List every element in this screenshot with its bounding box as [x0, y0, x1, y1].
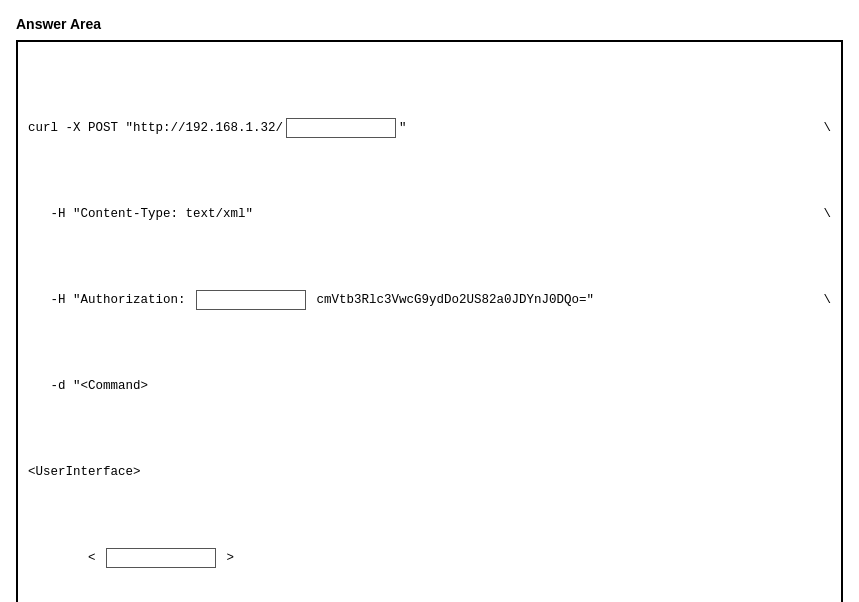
backslash-2: \: [793, 204, 831, 225]
code-line-3: -H "Authorization: cmVtb3Rlc3VwcG9ydDo2U…: [28, 290, 831, 311]
code-text-1b: ": [399, 118, 407, 139]
code-text-6b: >: [219, 548, 234, 569]
code-box: curl -X POST "http://192.168.1.32/ " \ -…: [16, 40, 843, 602]
backslash-3: \: [793, 290, 831, 311]
answer-area-label: Answer Area: [16, 16, 843, 32]
drop-box-1[interactable]: [286, 118, 396, 138]
code-line-5: <UserInterface>: [28, 462, 831, 483]
code-line-1: curl -X POST "http://192.168.1.32/ " \: [28, 118, 831, 139]
code-line-4: -d "<Command>: [28, 376, 831, 397]
code-text-5: <UserInterface>: [28, 462, 141, 483]
code-text-3a: -H "Authorization:: [28, 290, 193, 311]
code-text-2: -H "Content-Type: text/xml": [28, 204, 253, 225]
code-line-6: < >: [28, 548, 831, 569]
code-text-4: -d "<Command>: [28, 376, 148, 397]
drop-box-2[interactable]: [196, 290, 306, 310]
drop-box-3[interactable]: [106, 548, 216, 568]
code-line-2: -H "Content-Type: text/xml" \: [28, 204, 831, 225]
code-text-6a: <: [28, 548, 103, 569]
backslash-1: \: [793, 118, 831, 139]
code-text-3b: cmVtb3Rlc3VwcG9ydDo2US82a0JDYnJ0DQo=": [309, 290, 594, 311]
code-text-1a: curl -X POST "http://192.168.1.32/: [28, 118, 283, 139]
